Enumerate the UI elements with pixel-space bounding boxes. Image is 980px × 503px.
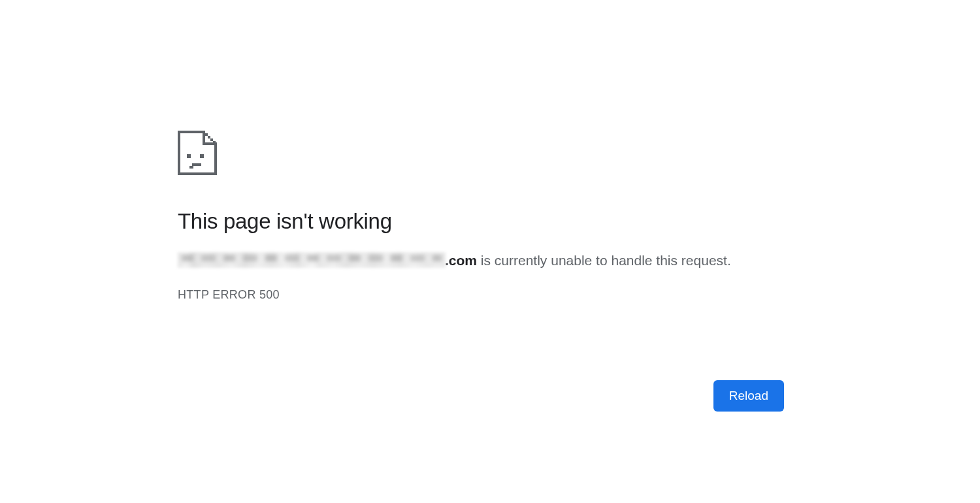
svg-rect-6	[205, 133, 208, 136]
svg-rect-2	[178, 172, 217, 175]
sad-page-icon	[178, 131, 784, 178]
error-title: This page isn't working	[178, 209, 784, 234]
svg-rect-9	[213, 141, 216, 144]
error-description-tail: is currently unable to handle this reque…	[477, 253, 731, 268]
svg-rect-4	[203, 131, 205, 142]
domain-suffix: .com	[445, 253, 477, 268]
svg-rect-11	[200, 154, 204, 158]
error-page-container: This page isn't working .com is currentl…	[178, 131, 784, 302]
svg-rect-8	[210, 138, 213, 141]
svg-rect-13	[189, 166, 193, 169]
reload-button[interactable]: Reload	[713, 380, 784, 412]
domain-redacted	[178, 252, 446, 268]
svg-rect-12	[192, 163, 201, 166]
svg-rect-3	[214, 142, 217, 175]
svg-rect-1	[178, 131, 180, 175]
svg-rect-10	[187, 154, 191, 158]
svg-rect-0	[178, 131, 205, 133]
error-code: HTTP ERROR 500	[178, 288, 784, 302]
error-description: .com is currently unable to handle this …	[178, 251, 784, 270]
svg-rect-7	[208, 136, 210, 138]
